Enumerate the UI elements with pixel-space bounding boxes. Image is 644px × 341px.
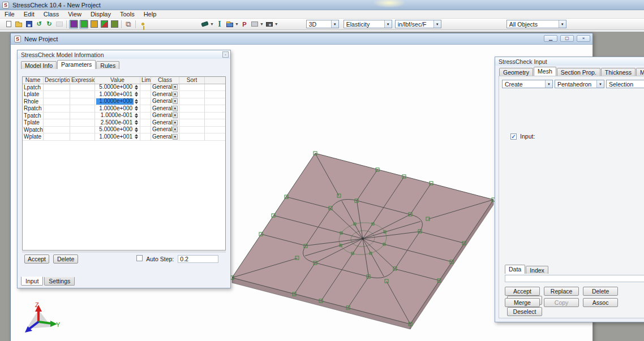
param-description[interactable] [44,105,70,112]
parameter-icon[interactable]: P [240,20,249,29]
export-icon[interactable]: ↻ [45,20,54,29]
plotter-icon[interactable] [250,20,259,29]
param-sort[interactable] [179,84,205,91]
accept-button[interactable]: Accept [24,254,49,264]
param-sort[interactable] [179,127,205,133]
delete-button-panel[interactable]: Delete [583,287,618,296]
param-sort[interactable] [179,105,205,112]
action-combo-arrow-icon[interactable]: ▼ [545,80,552,88]
eraser-dropdown-icon[interactable]: ▼ [210,22,214,26]
snapshot-dropdown-icon[interactable]: ▼ [274,22,278,26]
merge-button[interactable]: Merge [505,298,540,307]
param-limit[interactable] [140,105,151,112]
param-sort[interactable] [179,98,205,105]
param-description[interactable] [44,84,70,91]
layers-icon[interactable] [225,20,234,29]
param-value-cell[interactable]: 1.0000e+000 [95,98,140,105]
param-class-cell[interactable]: General▼ [151,105,179,112]
data-list-area[interactable] [505,275,644,282]
view-mesh-icon[interactable] [79,20,88,29]
param-value-cell[interactable]: 1.0000e+001 [95,91,140,98]
param-class-cell[interactable]: General▼ [151,98,179,105]
param-expression[interactable] [70,113,95,119]
eraser-icon[interactable] [200,20,209,29]
tab-parameters[interactable]: Parameters [57,60,96,69]
value-spinner[interactable] [134,133,139,140]
param-expression[interactable] [70,119,95,126]
param-value[interactable]: 1.0000e+000 [96,105,134,112]
table-row[interactable]: Tplate2.5000e-001General▼ [23,119,225,127]
param-value[interactable]: 5.0000e+000 [96,127,134,133]
value-spinner[interactable] [134,91,139,97]
tab-data[interactable]: Data [505,265,525,274]
units-combo[interactable]: in/lbf/sec/F ▼ [395,20,441,28]
param-value[interactable]: 1.0000e+001 [96,133,134,140]
param-class-cell[interactable]: General▼ [151,127,179,133]
titlebar[interactable]: S StressCheck 10.4 - New Project [0,0,644,10]
table-row[interactable]: Wpatch5.0000e+000General▼ [23,127,225,134]
param-value[interactable]: 1.0000e+000 [96,98,134,105]
param-sort[interactable] [179,133,205,140]
view-report-icon[interactable] [110,20,119,29]
dialog-pin-button[interactable]: ▫ [222,51,229,58]
param-value-cell[interactable]: 5.0000e+000 [95,84,140,91]
param-value-cell[interactable]: 1.0000e-001 [95,113,140,119]
value-spinner[interactable] [134,105,139,111]
param-expression[interactable] [70,98,95,105]
param-class-cell[interactable]: General▼ [151,91,179,98]
assoc-button[interactable]: Assoc [583,298,618,307]
tab-section-prop[interactable]: Section Prop. [557,68,600,76]
view-model-icon[interactable] [69,20,78,29]
menu-edit[interactable]: Edit [19,10,39,18]
snapshot-icon[interactable] [265,20,274,29]
model-info-titlebar[interactable]: StressCheck Model Information ▫ [18,50,230,59]
param-limit[interactable] [140,119,151,126]
param-limit[interactable] [140,133,151,140]
tab-rules[interactable]: Rules [96,61,119,69]
param-expression[interactable] [70,91,95,98]
deselect-button[interactable]: Deselect [507,307,542,316]
param-expression[interactable] [70,127,95,133]
tab-thickness[interactable]: Thickness [601,68,636,76]
objects-combo-arrow-icon[interactable]: ▼ [559,20,566,28]
class-dropdown-icon[interactable]: ▼ [173,134,178,140]
param-class-cell[interactable]: General▼ [151,119,179,126]
action-combo[interactable]: Create ▼ [502,80,553,88]
close-button[interactable]: × [577,35,590,42]
maximize-button[interactable]: ▢ [560,35,574,42]
param-sort[interactable] [179,119,205,126]
param-limit[interactable] [140,98,151,105]
param-class-cell[interactable]: General▼ [151,133,179,140]
param-description[interactable] [44,133,70,140]
param-limit[interactable] [140,113,151,119]
ibeam-icon[interactable]: I [215,20,224,29]
class-dropdown-icon[interactable]: ▼ [173,92,178,97]
method-combo[interactable]: Selection [606,80,644,88]
param-value[interactable]: 2.5000e-001 [96,119,134,126]
accept-button-panel[interactable]: Accept [505,287,540,296]
tab-geometry[interactable]: Geometry [499,68,533,76]
class-dropdown-icon[interactable]: ▼ [173,98,178,104]
view-solution-icon[interactable] [100,20,109,29]
project-info-icon[interactable]: ⧉ [124,20,133,29]
param-value-cell[interactable]: 1.0000e+001 [95,133,140,140]
value-spinner[interactable] [134,84,139,90]
class-dropdown-icon[interactable]: ▼ [173,84,178,90]
delete-button[interactable]: Delete [53,254,78,264]
table-row[interactable]: Lpatch5.0000e+000General▼ [23,84,225,92]
plotter-dropdown-icon[interactable]: ▼ [260,22,264,26]
menu-help[interactable]: Help [139,10,161,18]
param-description[interactable] [44,113,70,119]
table-row[interactable]: Rhole1.0000e+000General▼ [23,98,225,106]
class-dropdown-icon[interactable]: ▼ [173,113,178,118]
view-results-icon[interactable] [89,20,98,29]
tab-model-info[interactable]: Model Info [21,61,57,69]
menu-view[interactable]: View [63,10,86,18]
open-file-icon[interactable] [14,20,23,29]
tab-settings[interactable]: Settings [44,277,75,286]
menu-display[interactable]: Display [86,10,115,18]
tab-input[interactable]: Input [21,277,43,286]
param-class-cell[interactable]: General▼ [151,113,179,119]
table-row[interactable]: Tpatch1.0000e-001General▼ [23,113,225,120]
theory-combo[interactable]: Elasticity ▼ [344,20,392,28]
